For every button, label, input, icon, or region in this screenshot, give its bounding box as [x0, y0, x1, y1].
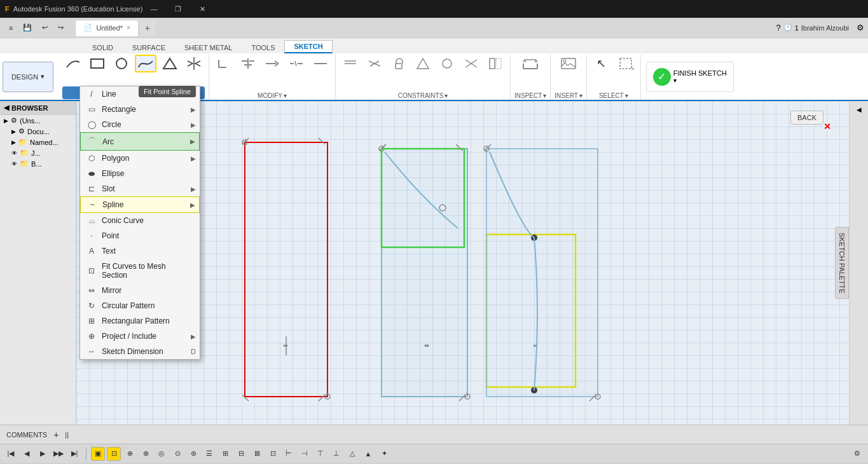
- constraint-lock-btn[interactable]: [388, 55, 410, 72]
- trim-btn[interactable]: [237, 55, 259, 72]
- document-tab[interactable]: 📄 Untitled* ×: [75, 20, 138, 36]
- bt-settings-btn[interactable]: ⚙: [850, 447, 864, 461]
- scale-btn[interactable]: [310, 55, 331, 72]
- help-icon[interactable]: ?: [776, 23, 780, 32]
- sketch-mirror-btn[interactable]: [183, 55, 205, 72]
- constraint-coincident-btn[interactable]: [340, 55, 361, 72]
- bt-icon7-btn[interactable]: ⊞: [218, 447, 232, 461]
- tab-sheet-metal[interactable]: SHEET METAL: [175, 41, 242, 53]
- maximize-button[interactable]: ❐: [167, 0, 189, 18]
- bt-icon9-btn[interactable]: ⊠: [250, 447, 264, 461]
- save-button[interactable]: 💾: [18, 22, 37, 34]
- bt-icon8-btn[interactable]: ⊟: [234, 447, 248, 461]
- tab-solid[interactable]: SOLID: [83, 41, 123, 53]
- bt-next-btn[interactable]: ▶|: [67, 447, 81, 461]
- new-tab-button[interactable]: +: [140, 20, 155, 36]
- constraints-label[interactable]: CONSTRAINTS ▾: [398, 92, 448, 99]
- menu-item-project-include[interactable]: ⊕ Project / Include ▶: [80, 329, 200, 344]
- insert-label[interactable]: INSERT ▾: [555, 92, 582, 99]
- panel-collapse-btn[interactable]: ◀: [857, 106, 862, 113]
- modify-label[interactable]: MODIFY ▾: [258, 92, 287, 99]
- redo-button[interactable]: ↪: [53, 22, 69, 34]
- sidebar-item-named[interactable]: ▶ 📁 Named...: [0, 137, 76, 147]
- browser-toggle-icon[interactable]: ◀: [4, 104, 9, 112]
- undo-button[interactable]: ↩: [37, 22, 53, 34]
- menu-item-arc[interactable]: ⌒ Arc ▶: [80, 132, 200, 151]
- menu-item-rectangular-pattern[interactable]: ⊞ Rectangular Pattern: [80, 313, 200, 329]
- menu-item-mirror[interactable]: ⇔ Mirror: [80, 283, 200, 298]
- svg-point-55: [531, 387, 537, 393]
- select-cursor-btn[interactable]: ↖: [591, 55, 612, 72]
- x-close-mark[interactable]: ✕: [823, 121, 831, 132]
- file-menu-button[interactable]: ≡: [4, 22, 18, 34]
- bt-icon10-btn[interactable]: ⊡: [266, 447, 280, 461]
- sketch-circle-btn[interactable]: [111, 55, 132, 72]
- bt-icon14-btn[interactable]: ⊥: [329, 447, 343, 461]
- bt-icon17-btn[interactable]: ✦: [377, 447, 391, 461]
- bt-icon12-btn[interactable]: ⊣: [298, 447, 312, 461]
- doc-tab-icon: 📄: [83, 24, 92, 32]
- measure-btn[interactable]: [520, 55, 541, 72]
- menu-item-circle[interactable]: ◯ Circle ▶: [80, 117, 200, 132]
- bt-icon15-btn[interactable]: △: [345, 447, 359, 461]
- bt-play-btn[interactable]: ▶: [36, 447, 50, 461]
- bt-icon13-btn[interactable]: ⊤: [313, 447, 327, 461]
- bt-box2-btn[interactable]: ⊡: [107, 447, 121, 461]
- add-comment-btn[interactable]: +: [53, 430, 59, 440]
- fillet-btn[interactable]: [213, 55, 235, 72]
- insert-image-btn[interactable]: [558, 55, 579, 72]
- sketch-triangle-btn[interactable]: [159, 55, 181, 72]
- tab-tools[interactable]: TOOLS: [242, 41, 284, 53]
- sidebar-item-b[interactable]: 👁 📁 B...: [0, 158, 76, 169]
- inspect-label[interactable]: INSPECT ▾: [514, 92, 546, 99]
- select-label[interactable]: SELECT ▾: [599, 92, 628, 99]
- menu-item-rectangle[interactable]: ▭ Rectangle ▶: [80, 102, 200, 117]
- menu-item-fit-curves[interactable]: ⊡ Fit Curves to Mesh Section: [80, 259, 200, 283]
- minimize-button[interactable]: —: [142, 0, 165, 18]
- back-button[interactable]: BACK: [790, 111, 823, 125]
- doc-tab-close[interactable]: ×: [127, 24, 130, 31]
- menu-item-point[interactable]: · Point: [80, 228, 200, 243]
- bt-icon1-btn[interactable]: ⊕: [123, 447, 137, 461]
- finish-sketch-button[interactable]: ✓ FINISH SKETCH ▾: [646, 62, 734, 92]
- bt-icon11-btn[interactable]: ⊢: [282, 447, 296, 461]
- break-btn[interactable]: [286, 55, 307, 72]
- menu-item-polygon[interactable]: ⬡ Polygon ▶: [80, 151, 200, 166]
- menu-item-slot[interactable]: ⊏ Slot ▶: [80, 181, 200, 196]
- sketch-line-btn[interactable]: [62, 55, 84, 72]
- menu-item-circular-pattern[interactable]: ↻ Circular Pattern: [80, 298, 200, 313]
- bt-icon3-btn[interactable]: ◎: [155, 447, 169, 461]
- sidebar-item-j[interactable]: 👁 📁 J...: [0, 147, 76, 158]
- bt-step-back-btn[interactable]: ◀: [20, 447, 34, 461]
- bt-icon16-btn[interactable]: ▲: [361, 447, 375, 461]
- constraint-circle-btn[interactable]: [436, 55, 458, 72]
- bt-box1-btn[interactable]: ▣: [91, 447, 105, 461]
- sidebar-item-document[interactable]: ▶ ⚙ Docu...: [0, 126, 76, 137]
- select-dashed-btn[interactable]: [615, 55, 637, 72]
- bt-prev-btn[interactable]: |◀: [4, 447, 18, 461]
- constraint-parallel-btn[interactable]: [364, 55, 385, 72]
- constraint-triangle-btn[interactable]: [412, 55, 434, 72]
- tab-surface[interactable]: SURFACE: [123, 41, 175, 53]
- bt-icon4-btn[interactable]: ⊙: [170, 447, 184, 461]
- tab-sketch[interactable]: SKETCH: [284, 40, 332, 53]
- constraint-sym-btn[interactable]: [460, 55, 482, 72]
- menu-item-ellipse[interactable]: ⬬ Ellipse: [80, 166, 200, 181]
- menu-item-spline[interactable]: ~ Spline ▶: [80, 196, 200, 213]
- menu-item-sketch-dimension[interactable]: ↔ Sketch Dimension D: [80, 344, 200, 359]
- close-button[interactable]: ✕: [191, 0, 214, 18]
- menu-item-text[interactable]: A Text: [80, 243, 200, 259]
- sketch-palette-tab[interactable]: SKETCH PALETTE: [835, 227, 849, 299]
- bt-icon5-btn[interactable]: ⊛: [186, 447, 200, 461]
- design-button[interactable]: DESIGN ▾: [3, 62, 53, 92]
- settings-icon[interactable]: ⚙: [857, 23, 864, 32]
- bt-icon2-btn[interactable]: ⊗: [139, 447, 153, 461]
- sketch-spline-btn[interactable]: [135, 55, 156, 72]
- sidebar-item-root[interactable]: ▶ ⚙ (Uns...: [0, 115, 76, 126]
- bt-icon6-btn[interactable]: ☰: [202, 447, 216, 461]
- constraint-mirror-btn[interactable]: [485, 55, 506, 72]
- bt-step-fwd-btn[interactable]: ▶▶: [52, 447, 65, 461]
- menu-item-conic-curve[interactable]: ⌓ Conic Curve: [80, 213, 200, 228]
- sketch-rect-btn[interactable]: [86, 55, 108, 72]
- extend-btn[interactable]: [261, 55, 283, 72]
